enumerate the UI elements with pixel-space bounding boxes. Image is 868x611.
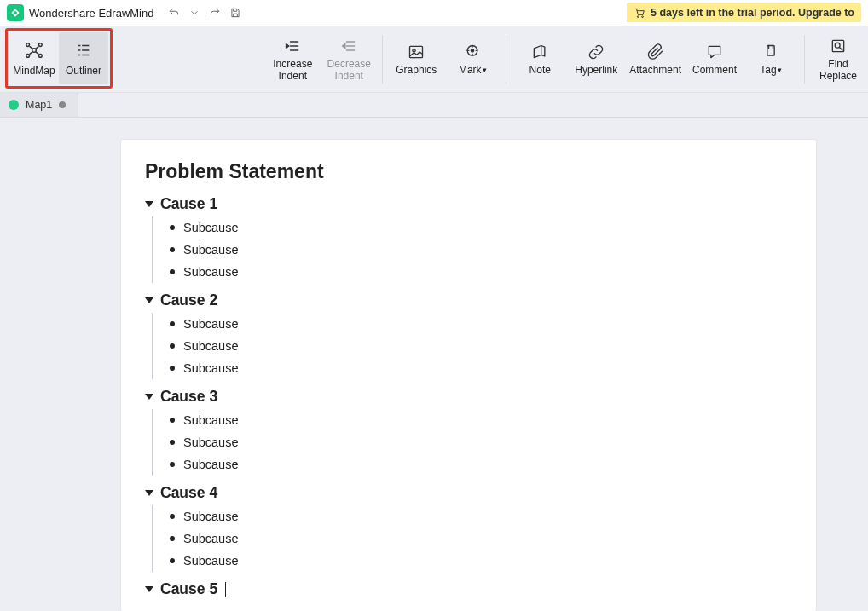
outline-children: SubcauseSubcauseSubcause — [152, 216, 792, 283]
collapse-toggle-icon[interactable] — [145, 201, 153, 207]
attachment-button[interactable]: Attachment — [624, 43, 686, 77]
tab-title: Map1 — [26, 99, 52, 111]
collapse-toggle-icon[interactable] — [145, 394, 153, 400]
outline-cause[interactable]: Cause 4 — [145, 484, 792, 502]
outline-subcause[interactable]: Subcause — [163, 239, 792, 261]
subcause-label[interactable]: Subcause — [183, 413, 239, 427]
ribbon: MindMap Outliner Increase Indent Decreas… — [0, 26, 868, 93]
svg-point-1 — [642, 16, 644, 18]
comment-label: Comment — [692, 65, 737, 77]
cause-label[interactable]: Cause 3 — [160, 388, 217, 406]
bullet-icon — [170, 321, 175, 326]
view-outliner-button[interactable]: Outliner — [59, 32, 108, 84]
subcause-label[interactable]: Subcause — [183, 265, 239, 279]
collapse-toggle-icon[interactable] — [145, 586, 153, 592]
save-button[interactable] — [227, 4, 244, 21]
decrease-indent-button: Decrease Indent — [321, 37, 377, 83]
chevron-down-icon: ▾ — [778, 66, 782, 74]
tab-type-icon — [9, 100, 19, 110]
text-caret — [225, 582, 226, 597]
bullet-icon — [170, 247, 175, 252]
note-icon — [531, 43, 548, 61]
view-mindmap-button[interactable]: MindMap — [9, 32, 59, 84]
note-button[interactable]: Note — [512, 43, 568, 77]
graphics-icon — [408, 43, 425, 61]
bullet-icon — [170, 440, 175, 445]
collapse-toggle-icon[interactable] — [145, 490, 153, 496]
mark-icon — [464, 43, 481, 61]
subcause-label[interactable]: Subcause — [183, 243, 239, 257]
outline-subcause[interactable]: Subcause — [163, 505, 792, 527]
trial-banner[interactable]: 5 days left in the trial period. Upgrade… — [627, 3, 861, 22]
subcause-label[interactable]: Subcause — [183, 361, 239, 375]
svg-point-4 — [39, 43, 43, 46]
graphics-button[interactable]: Graphics — [388, 43, 444, 77]
app-logo — [7, 4, 24, 21]
svg-point-3 — [26, 43, 30, 46]
subcause-label[interactable]: Subcause — [183, 554, 239, 568]
svg-point-0 — [637, 16, 639, 18]
outline-subcause[interactable]: Subcause — [163, 453, 792, 476]
trial-text: 5 days left in the trial period. Upgrade… — [651, 7, 854, 19]
cart-icon — [634, 7, 645, 19]
subcause-label[interactable]: Subcause — [183, 532, 239, 545]
outline-subcause[interactable]: Subcause — [163, 313, 792, 335]
outline-cause[interactable]: Cause 3 — [145, 388, 792, 406]
outline-children: SubcauseSubcauseSubcause — [152, 409, 792, 476]
view-mindmap-label: MindMap — [13, 65, 55, 77]
outline-subcause[interactable]: Subcause — [163, 335, 792, 357]
redo-button[interactable] — [206, 4, 223, 21]
tag-button[interactable]: Tag▾ — [743, 43, 799, 77]
bullet-icon — [170, 462, 175, 467]
decrease-indent-icon — [340, 37, 357, 55]
bullet-icon — [170, 269, 175, 274]
bullet-icon — [170, 366, 175, 371]
subcause-label[interactable]: Subcause — [183, 510, 239, 523]
document-tab[interactable]: Map1 — [0, 93, 78, 117]
mark-button[interactable]: Mark▾ — [444, 43, 501, 77]
outline-document[interactable]: Problem Statement Cause 1SubcauseSubcaus… — [121, 140, 816, 611]
mark-label: Mark▾ — [459, 65, 487, 77]
mindmap-icon — [25, 41, 43, 60]
outline-root[interactable]: Problem Statement — [145, 160, 792, 183]
view-outliner-label: Outliner — [66, 65, 101, 77]
outline-subcause[interactable]: Subcause — [163, 527, 792, 550]
increase-indent-label: Increase Indent — [273, 59, 312, 83]
outline-cause[interactable]: Cause 1 — [145, 195, 792, 213]
comment-button[interactable]: Comment — [686, 43, 743, 77]
undo-button[interactable] — [165, 4, 182, 21]
outline-subcause[interactable]: Subcause — [163, 550, 792, 572]
cause-label[interactable]: Cause 2 — [160, 291, 217, 309]
outline-cause[interactable]: Cause 2 — [145, 291, 792, 309]
find-replace-button[interactable]: Find Replace — [810, 37, 866, 83]
hyperlink-button[interactable]: Hyperlink — [568, 43, 624, 77]
svg-point-10 — [472, 49, 474, 51]
outline-subcause[interactable]: Subcause — [163, 357, 792, 379]
find-replace-icon — [830, 37, 847, 55]
svg-point-2 — [32, 48, 37, 52]
subcause-label[interactable]: Subcause — [183, 458, 239, 471]
outline-subcause[interactable]: Subcause — [163, 431, 792, 453]
subcause-label[interactable]: Subcause — [183, 339, 239, 353]
cause-label[interactable]: Cause 4 — [160, 484, 217, 502]
outline-subcause[interactable]: Subcause — [163, 409, 792, 431]
subcause-label[interactable]: Subcause — [183, 317, 239, 331]
outline-subcause[interactable]: Subcause — [163, 216, 792, 239]
bullet-icon — [170, 343, 175, 349]
cause-label[interactable]: Cause 1 — [160, 195, 217, 213]
subcause-label[interactable]: Subcause — [183, 435, 239, 449]
subcause-label[interactable]: Subcause — [183, 221, 239, 234]
document-tab-strip: Map1 — [0, 93, 868, 118]
decrease-indent-label: Decrease Indent — [327, 59, 371, 83]
svg-point-8 — [413, 49, 415, 51]
cause-label[interactable]: Cause 5 — [160, 580, 217, 598]
undo-dropdown[interactable] — [186, 4, 203, 21]
collapse-toggle-icon[interactable] — [145, 297, 153, 303]
chevron-down-icon: ▾ — [483, 66, 487, 74]
outline-cause[interactable]: Cause 5 — [145, 580, 792, 598]
outline-subcause[interactable]: Subcause — [163, 261, 792, 283]
svg-point-6 — [39, 54, 43, 57]
tag-icon — [762, 43, 779, 61]
increase-indent-button[interactable]: Increase Indent — [264, 37, 321, 83]
outliner-icon — [74, 41, 93, 60]
